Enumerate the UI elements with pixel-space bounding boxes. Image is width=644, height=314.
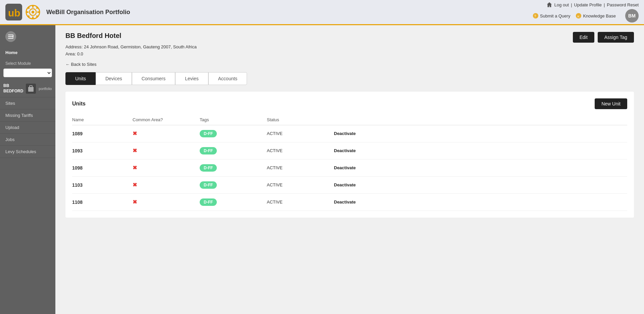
unit-action-3: Deactivate bbox=[334, 182, 627, 187]
hamburger-icon bbox=[8, 35, 13, 39]
deactivate-button-2[interactable]: Deactivate bbox=[334, 165, 356, 170]
knowledge-base-icon: K bbox=[576, 13, 582, 19]
top-actions: Edit Assign Tag bbox=[573, 32, 634, 43]
svg-point-4 bbox=[32, 11, 34, 13]
update-profile-link[interactable]: Update Profile bbox=[574, 2, 602, 7]
units-header: Units New Unit bbox=[72, 98, 627, 109]
sidebar-toggle[interactable] bbox=[5, 31, 16, 42]
sidebar-portfolio-item[interactable]: BB BEDFORD portfolio bbox=[0, 80, 55, 97]
units-section-title: Units bbox=[72, 101, 86, 107]
svg-rect-6 bbox=[32, 16, 34, 19]
sidebar-select-wrap bbox=[0, 67, 55, 80]
tag-badge-4: D-FF bbox=[200, 198, 217, 206]
unit-name-2: 1098 bbox=[72, 165, 133, 171]
header-title: WeBill Organisation Portfolio bbox=[46, 9, 130, 16]
deactivate-button-4[interactable]: Deactivate bbox=[334, 199, 356, 205]
unit-action-2: Deactivate bbox=[334, 165, 627, 170]
unit-action-0: Deactivate bbox=[334, 131, 627, 136]
sidebar-item-home[interactable]: Home bbox=[0, 47, 55, 58]
col-header-status: Status bbox=[267, 117, 334, 122]
svg-rect-19 bbox=[8, 38, 13, 39]
header-top-row: Log out | Update Profile | Password Rese… bbox=[546, 2, 639, 8]
knowledge-base-link[interactable]: K Knowledge Base bbox=[576, 13, 616, 19]
cross-icon-0: ✖ bbox=[133, 131, 137, 136]
svg-rect-8 bbox=[37, 11, 40, 13]
tag-badge-3: D-FF bbox=[200, 181, 217, 189]
unit-name-0: 1089 bbox=[72, 131, 133, 136]
svg-rect-5 bbox=[32, 5, 34, 8]
unit-status-2: ACTIVE bbox=[267, 165, 334, 170]
unit-action-4: Deactivate bbox=[334, 199, 627, 205]
unit-status-3: ACTIVE bbox=[267, 182, 334, 187]
unit-tags-0: D-FF bbox=[200, 130, 267, 137]
unit-status-0: ACTIVE bbox=[267, 131, 334, 136]
cross-icon-2: ✖ bbox=[133, 165, 137, 171]
svg-rect-22 bbox=[30, 86, 32, 87]
edit-button[interactable]: Edit bbox=[573, 32, 594, 43]
sidebar-item-levy-schedules[interactable]: Levy Schedules bbox=[0, 146, 55, 158]
unit-tags-1: D-FF bbox=[200, 147, 267, 154]
tag-badge-0: D-FF bbox=[200, 130, 217, 137]
tab-consumers[interactable]: Consumers bbox=[132, 72, 176, 85]
assign-tag-button[interactable]: Assign Tag bbox=[598, 32, 634, 43]
svg-rect-17 bbox=[8, 35, 13, 35]
site-info: BB Bedford Hotel Address: 24 Johnson Roa… bbox=[65, 32, 197, 62]
table-header-row: Name Common Area? Tags Status bbox=[72, 115, 627, 125]
tab-units[interactable]: Units bbox=[65, 72, 96, 85]
cross-icon-1: ✖ bbox=[133, 148, 137, 153]
unit-common-area-4: ✖ bbox=[133, 199, 200, 205]
back-to-sites-link[interactable]: ← Back to Sites bbox=[65, 62, 634, 67]
submit-query-link[interactable]: ? Submit a Query bbox=[533, 13, 570, 19]
header-right: Log out | Update Profile | Password Rese… bbox=[533, 2, 639, 23]
sidebar: Home Select Module BB BEDFORD portfolio … bbox=[0, 25, 55, 314]
unit-tags-4: D-FF bbox=[200, 198, 267, 206]
units-table-body: 1089 ✖ D-FF ACTIVE Deactivate 1093 ✖ D-F… bbox=[72, 125, 627, 211]
sidebar-select-module-label: Select Module bbox=[0, 58, 55, 67]
sidebar-item-upload[interactable]: Upload bbox=[0, 122, 55, 134]
tab-accounts[interactable]: Accounts bbox=[208, 72, 247, 85]
tab-levies[interactable]: Levies bbox=[175, 72, 208, 85]
content-area: BB Bedford Hotel Address: 24 Johnson Roa… bbox=[55, 25, 644, 314]
unit-name-4: 1108 bbox=[72, 199, 133, 205]
unit-name-1: 1093 bbox=[72, 148, 133, 153]
avatar: BM bbox=[625, 9, 639, 23]
wb-logo: ub bbox=[5, 4, 22, 20]
portfolio-name-line2: BEDFORD bbox=[3, 89, 23, 94]
password-reset-link[interactable]: Password Reset bbox=[607, 2, 639, 7]
unit-common-area-0: ✖ bbox=[133, 130, 200, 137]
tag-badge-2: D-FF bbox=[200, 164, 217, 172]
svg-text:?: ? bbox=[534, 14, 536, 18]
sidebar-item-sites[interactable]: Sites bbox=[0, 97, 55, 109]
deactivate-button-3[interactable]: Deactivate bbox=[334, 182, 356, 187]
sidebar-item-missing-tariffs[interactable]: Missing Tariffs bbox=[0, 109, 55, 122]
gear-logo bbox=[26, 5, 40, 19]
logo-area: ub WeBill Organisation Portfolio bbox=[5, 4, 130, 20]
logout-link[interactable]: Log out bbox=[554, 2, 569, 7]
unit-common-area-2: ✖ bbox=[133, 165, 200, 171]
svg-rect-21 bbox=[28, 87, 34, 92]
unit-action-1: Deactivate bbox=[334, 148, 627, 153]
portfolio-name-line1: BB bbox=[3, 83, 23, 89]
unit-name-3: 1103 bbox=[72, 182, 133, 188]
module-select[interactable] bbox=[3, 69, 52, 77]
address-line2: Area: 0.0 bbox=[65, 51, 197, 58]
address-area: Address: 24 Johnson Road, Germiston, Gau… bbox=[65, 44, 197, 58]
table-row: 1103 ✖ D-FF ACTIVE Deactivate bbox=[72, 177, 627, 194]
unit-status-4: ACTIVE bbox=[267, 199, 334, 205]
table-row: 1098 ✖ D-FF ACTIVE Deactivate bbox=[72, 160, 627, 177]
svg-rect-18 bbox=[8, 36, 13, 37]
new-unit-button[interactable]: New Unit bbox=[595, 98, 627, 109]
svg-text:K: K bbox=[578, 14, 580, 18]
svg-rect-7 bbox=[26, 11, 29, 13]
home-icon[interactable] bbox=[546, 2, 552, 8]
submit-query-label: Submit a Query bbox=[540, 13, 570, 18]
main-layout: Home Select Module BB BEDFORD portfolio … bbox=[0, 25, 644, 314]
sidebar-item-jobs[interactable]: Jobs bbox=[0, 134, 55, 146]
deactivate-button-1[interactable]: Deactivate bbox=[334, 148, 356, 153]
deactivate-button-0[interactable]: Deactivate bbox=[334, 131, 356, 136]
portfolio-label: portfolio bbox=[39, 87, 52, 91]
tab-devices[interactable]: Devices bbox=[96, 72, 132, 85]
col-header-action bbox=[334, 117, 627, 122]
col-header-name: Name bbox=[72, 117, 133, 122]
unit-status-1: ACTIVE bbox=[267, 148, 334, 153]
